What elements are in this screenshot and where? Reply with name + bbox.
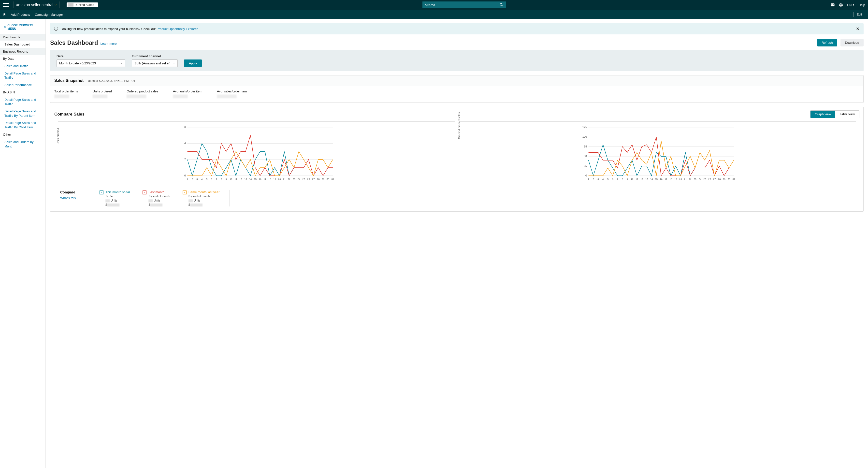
chart-ylabel: Units ordered (57, 128, 59, 144)
sidebar-link[interactable]: Detail Page Sales and Traffic By Child I… (0, 119, 45, 131)
close-reports-menu[interactable]: ✕ CLOSE REPORTS MENU (0, 22, 45, 34)
bookmark-icon[interactable] (3, 12, 6, 17)
svg-text:26: 26 (307, 178, 310, 180)
sidebar-item-sales-dashboard[interactable]: Sales Dashboard (0, 40, 45, 48)
sidebar-link[interactable]: Sales and Orders by Month (0, 138, 45, 150)
sidebar-link[interactable]: Detail Page Sales and Traffic (0, 70, 45, 81)
language-switcher[interactable]: EN ▼ (847, 3, 855, 7)
gear-icon[interactable] (839, 3, 843, 7)
svg-text:17: 17 (264, 178, 267, 180)
snapshot-timestamp: taken at 6/23/2023, 4:45:10 PM PDT (88, 79, 135, 83)
legend-title: Compare (60, 190, 87, 194)
svg-text:22: 22 (689, 178, 691, 180)
snapshot-value-redacted (93, 95, 107, 98)
svg-text:23: 23 (694, 178, 696, 180)
svg-text:16: 16 (660, 178, 662, 180)
svg-text:16: 16 (259, 178, 261, 180)
filter-panel: Date Month to date - 6/23/2023 Fulfillme… (50, 50, 864, 71)
divider (59, 1, 60, 8)
banner-link[interactable]: Product Opportunity Explorer (157, 27, 198, 31)
svg-text:20: 20 (679, 178, 682, 180)
snapshot-value-redacted (127, 95, 146, 98)
banner-close-icon[interactable]: ✕ (856, 26, 860, 31)
legend-units: Units (188, 199, 219, 202)
legend-series-name: This month so far (105, 190, 130, 194)
info-icon: i (54, 27, 58, 31)
svg-text:0: 0 (184, 174, 186, 177)
date-select[interactable]: Month to date - 6/23/2023 (57, 60, 125, 67)
svg-text:4: 4 (201, 178, 203, 180)
svg-text:24: 24 (298, 178, 300, 180)
snapshot-col-label: Total order items (54, 90, 78, 93)
svg-text:22: 22 (288, 178, 290, 180)
hamburger-icon[interactable] (3, 2, 9, 8)
apply-button[interactable]: Apply (184, 60, 202, 67)
brand-logo[interactable]: amazon seller central ⌣ (16, 2, 57, 8)
nav-campaign-manager[interactable]: Campaign Manager (35, 13, 63, 17)
learn-more-link[interactable]: Learn more (100, 42, 117, 45)
legend-units: Units (105, 199, 130, 202)
sidebar-section-dashboards: Dashboards (0, 34, 45, 40)
sidebar-section-business-reports: Business Reports (0, 48, 45, 55)
svg-text:6: 6 (184, 126, 186, 129)
svg-text:14: 14 (249, 178, 252, 180)
sidebar-link[interactable]: Seller Performance (0, 81, 45, 89)
search-button[interactable] (497, 1, 506, 8)
sidebar-link[interactable]: Detail Page Sales and Traffic By Parent … (0, 108, 45, 119)
legend-amount: $ (149, 203, 170, 207)
svg-text:29: 29 (322, 178, 324, 180)
view-tabs: Graph view Table view (810, 111, 859, 118)
close-icon: ✕ (3, 25, 6, 29)
download-button[interactable]: Download (840, 39, 864, 46)
chart-product-sales: Ordered product sales 025507510012512345… (459, 121, 856, 183)
svg-text:6: 6 (612, 178, 613, 180)
whats-this-link[interactable]: What's this (60, 196, 87, 200)
svg-text:7: 7 (617, 178, 618, 180)
tab-graph-view[interactable]: Graph view (810, 111, 836, 118)
svg-text:5: 5 (607, 178, 609, 180)
checkbox-last-month[interactable] (143, 190, 147, 194)
svg-text:75: 75 (584, 145, 587, 148)
sales-snapshot: Sales Snapshot taken at 6/23/2023, 4:45:… (50, 75, 864, 103)
svg-text:26: 26 (708, 178, 711, 180)
date-value: Month to date - 6/23/2023 (59, 61, 96, 65)
checkbox-this-month[interactable] (99, 190, 103, 194)
snapshot-col-label: Units ordered (93, 90, 112, 93)
snapshot-col-label: Avg. units/order item (173, 90, 202, 93)
svg-text:18: 18 (268, 178, 271, 180)
search-wrap (98, 1, 831, 8)
svg-text:0: 0 (585, 174, 587, 177)
sidebar-link[interactable]: Sales and Traffic (0, 62, 45, 70)
channel-select[interactable]: Both (Amazon and seller) (132, 60, 178, 67)
language-label: EN (847, 3, 851, 7)
tab-table-view[interactable]: Table view (835, 111, 859, 118)
nav-add-products[interactable]: Add Products (11, 13, 30, 17)
banner-text: Looking for new product ideas to expand … (60, 27, 199, 31)
svg-text:19: 19 (273, 178, 276, 180)
svg-text:31: 31 (332, 178, 334, 180)
svg-text:21: 21 (684, 178, 687, 180)
snapshot-title: Sales Snapshot (54, 79, 84, 83)
help-link[interactable]: Help (859, 3, 865, 7)
refresh-button[interactable]: Refresh (817, 39, 837, 46)
svg-text:10: 10 (631, 178, 633, 180)
svg-text:100: 100 (583, 135, 587, 138)
search-input[interactable] (423, 1, 497, 8)
sidebar-link[interactable]: Detail Page Sales and Traffic (0, 96, 45, 108)
close-reports-label: CLOSE REPORTS MENU (7, 24, 42, 30)
svg-text:28: 28 (317, 178, 319, 180)
svg-text:9: 9 (627, 178, 628, 180)
edit-button[interactable]: Edit (854, 12, 865, 17)
svg-text:9: 9 (226, 178, 227, 180)
page-title: Sales Dashboard (50, 39, 98, 46)
mail-icon[interactable] (830, 3, 835, 7)
legend-sub: So far (105, 195, 130, 198)
marketplace-switcher[interactable]: | United States (67, 2, 98, 7)
checkbox-last-year[interactable] (183, 190, 187, 194)
snapshot-col-label: Ordered product sales (127, 90, 158, 93)
svg-text:2: 2 (192, 178, 193, 180)
chart-units-ordered: Units ordered 02461234567891011121314151… (58, 121, 455, 183)
compare-sales: Compare Sales Graph view Table view Unit… (50, 107, 864, 212)
svg-text:12: 12 (239, 178, 242, 180)
svg-text:12: 12 (641, 178, 643, 180)
